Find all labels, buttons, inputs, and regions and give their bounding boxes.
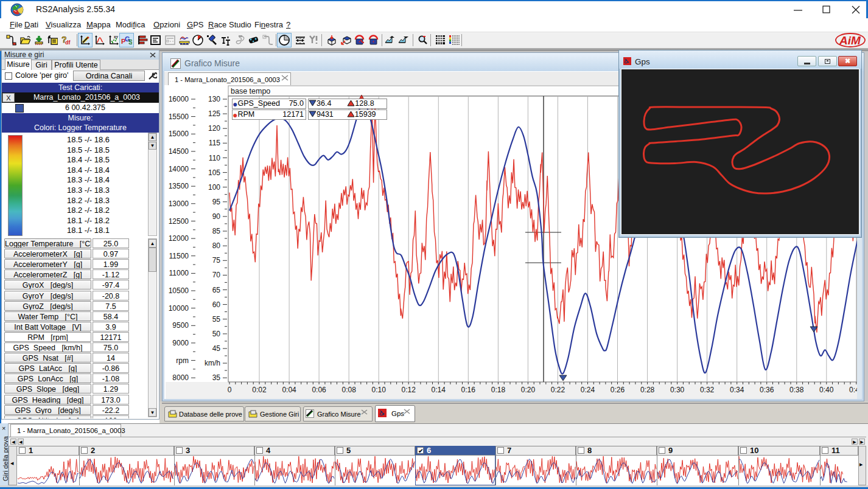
svg-text:110: 110 bbox=[209, 154, 220, 162]
svg-text:0: 0 bbox=[228, 386, 232, 394]
svg-text:12000: 12000 bbox=[169, 234, 189, 243]
svg-text:12500: 12500 bbox=[169, 217, 189, 226]
svg-text:0:18: 0:18 bbox=[491, 386, 506, 394]
svg-text:13000: 13000 bbox=[169, 199, 189, 208]
svg-text:0:36: 0:36 bbox=[760, 386, 774, 394]
svg-text:120: 120 bbox=[208, 124, 220, 133]
svg-text:105: 105 bbox=[208, 168, 220, 177]
svg-text:0:16: 0:16 bbox=[461, 386, 476, 394]
svg-text:0:38: 0:38 bbox=[789, 386, 804, 394]
svg-text:35: 35 bbox=[212, 373, 221, 382]
svg-text:115: 115 bbox=[209, 139, 220, 147]
svg-text:90: 90 bbox=[212, 212, 221, 221]
svg-text:km/h: km/h bbox=[205, 359, 220, 367]
svg-text:10500: 10500 bbox=[169, 286, 189, 295]
svg-text:0:32: 0:32 bbox=[700, 386, 715, 394]
svg-text:df: df bbox=[65, 40, 71, 46]
svg-text:15500: 15500 bbox=[169, 113, 189, 121]
svg-text:0:04: 0:04 bbox=[282, 386, 296, 394]
svg-text:0:10: 0:10 bbox=[372, 386, 387, 394]
svg-text:14000: 14000 bbox=[169, 165, 189, 173]
svg-text:0:14: 0:14 bbox=[432, 386, 446, 394]
svg-text:125: 125 bbox=[208, 109, 220, 118]
svg-text:95: 95 bbox=[212, 198, 221, 206]
svg-text:base tempo: base tempo bbox=[231, 87, 270, 95]
svg-text:0:26: 0:26 bbox=[611, 386, 625, 394]
svg-text:0:20: 0:20 bbox=[521, 386, 536, 394]
svg-text:80: 80 bbox=[212, 241, 221, 250]
svg-text:11500: 11500 bbox=[169, 252, 189, 260]
svg-text:45: 45 bbox=[212, 344, 221, 353]
svg-text:60: 60 bbox=[212, 300, 221, 309]
svg-text:0:08: 0:08 bbox=[342, 386, 357, 394]
svg-text:0:06: 0:06 bbox=[312, 386, 326, 394]
svg-text:130: 130 bbox=[208, 95, 220, 103]
svg-text:65: 65 bbox=[212, 286, 221, 294]
svg-text:0:02: 0:02 bbox=[252, 386, 267, 394]
svg-text:16000: 16000 bbox=[169, 95, 189, 103]
svg-text:S: S bbox=[128, 38, 132, 46]
svg-text:85: 85 bbox=[212, 227, 221, 235]
svg-text:rpm: rpm bbox=[176, 356, 189, 365]
svg-text:75: 75 bbox=[212, 256, 221, 265]
svg-text:15000: 15000 bbox=[169, 130, 189, 138]
svg-text:14500: 14500 bbox=[169, 147, 189, 156]
svg-text:0:34: 0:34 bbox=[730, 386, 744, 394]
svg-text:11000: 11000 bbox=[169, 269, 189, 277]
svg-text:8000: 8000 bbox=[172, 373, 189, 382]
svg-text:0:28: 0:28 bbox=[640, 386, 655, 394]
svg-text:55: 55 bbox=[212, 315, 221, 324]
svg-text:0:30: 0:30 bbox=[670, 386, 685, 394]
svg-text:9500: 9500 bbox=[172, 321, 189, 330]
svg-text:70: 70 bbox=[212, 271, 221, 279]
svg-text:9000: 9000 bbox=[172, 339, 189, 347]
svg-text:10000: 10000 bbox=[169, 304, 189, 313]
svg-text:0:40: 0:40 bbox=[819, 386, 834, 394]
svg-text:0:24: 0:24 bbox=[581, 386, 595, 394]
svg-text:0:12: 0:12 bbox=[402, 386, 416, 394]
svg-text:50: 50 bbox=[212, 330, 221, 338]
svg-text:13500: 13500 bbox=[169, 182, 189, 190]
svg-text:100: 100 bbox=[208, 183, 220, 192]
svg-text:AiM: AiM bbox=[839, 34, 861, 47]
svg-text:0:22: 0:22 bbox=[551, 386, 565, 394]
